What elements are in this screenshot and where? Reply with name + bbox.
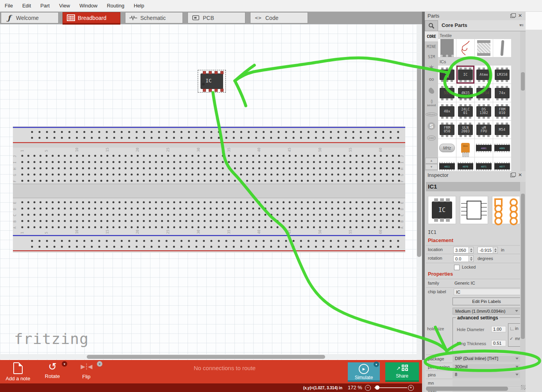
- part-tile-4005[interactable]: 4005: [493, 139, 511, 157]
- menu-help[interactable]: Help: [134, 3, 144, 9]
- property-value-dropdown[interactable]: 8: [453, 372, 521, 378]
- part-tile-24lc01[interactable]: 24LC 01: [456, 102, 474, 120]
- part-tile-mhz[interactable]: MHz: [456, 139, 474, 157]
- add-note-button[interactable]: Add a note: [2, 362, 34, 381]
- menu-part[interactable]: Part: [40, 3, 50, 9]
- unit-mm-radio[interactable]: ✓: [510, 336, 513, 341]
- part-tile-textile-strip[interactable]: [493, 39, 511, 57]
- zoom-out-button[interactable]: −: [365, 385, 371, 391]
- locked-checkbox[interactable]: [454, 265, 460, 270]
- ring-thickness-input[interactable]: 0.51: [491, 340, 506, 346]
- part-tile-555[interactable]: 555: [438, 84, 456, 102]
- scroll-up-button[interactable]: ▲: [425, 158, 438, 164]
- part-tile-m54[interactable]: M54: [493, 121, 511, 139]
- flip-button[interactable]: ▶┆◀ Flip: [73, 363, 100, 380]
- part-tile-umfpu[interactable]: uM FPU: [475, 121, 493, 139]
- part-tile-4001[interactable]: 4001: [475, 139, 493, 157]
- parts-nav-core[interactable]: CORE: [425, 31, 438, 41]
- property-value-dropdown[interactable]: DIP (Dual Inline) [THT]: [453, 356, 521, 362]
- canvas-vscrollbar-thumb[interactable]: [417, 68, 421, 257]
- part-tile-frm010[interactable]: FRM 010: [493, 102, 511, 120]
- inspector-vscrollbar-thumb[interactable]: [521, 194, 525, 339]
- menu-view[interactable]: View: [59, 3, 70, 9]
- part-tile-40x[interactable]: 40x: [438, 102, 456, 120]
- part-tile-icv2[interactable]: IC v2: [438, 66, 456, 84]
- pcb-preview[interactable]: [492, 196, 520, 224]
- rotation-spinner[interactable]: [469, 255, 474, 262]
- canvas-vscrollbar-track[interactable]: [417, 24, 422, 360]
- parts-nav-sim[interactable]: SIM: [425, 52, 438, 62]
- simulate-menu-caret[interactable]: ▼: [374, 362, 379, 367]
- location-y-spinner[interactable]: [493, 247, 498, 253]
- snootlab-icon[interactable]: S: [425, 120, 438, 132]
- part-tile-4070[interactable]: 4070: [456, 157, 474, 171]
- tab-code[interactable]: <>Code: [250, 12, 308, 23]
- resize-grip[interactable]: [521, 385, 526, 390]
- adafruit-icon[interactable]: ✶: [425, 62, 438, 73]
- flip-menu-caret[interactable]: ▼: [97, 361, 102, 367]
- chip-label-input[interactable]: IC: [454, 289, 522, 295]
- part-tile-frm050[interactable]: FRM 050: [438, 121, 456, 139]
- undock-icon[interactable]: [510, 14, 515, 18]
- part-tile-74x[interactable]: 74x: [493, 84, 511, 102]
- dock-separator[interactable]: [422, 12, 425, 360]
- schematic-preview[interactable]: [460, 196, 488, 224]
- part-tile-textile-fabric[interactable]: [438, 39, 456, 57]
- zoom-in-button[interactable]: +: [408, 385, 414, 391]
- parts-panel-header[interactable]: Parts ✕: [425, 12, 526, 20]
- undock-icon[interactable]: [510, 173, 515, 177]
- tab-schematic[interactable]: Schematic: [125, 12, 183, 23]
- part-tile-uln2003[interactable]: ULN 2003: [456, 121, 474, 139]
- share-button[interactable]: ↗ Share: [385, 362, 419, 382]
- canvas-hscrollbar-thumb[interactable]: [87, 355, 325, 359]
- close-icon[interactable]: ✕: [518, 172, 522, 178]
- menu-routing[interactable]: Routing: [107, 3, 124, 9]
- bin-menu-icon[interactable]: ▾≡: [519, 23, 523, 28]
- part-tile-ds1302[interactable]: DS 1302: [475, 102, 493, 120]
- parts-vscrollbar-track[interactable]: [520, 31, 526, 171]
- parts-search-button[interactable]: [425, 20, 438, 31]
- menu-window[interactable]: Window: [79, 3, 97, 9]
- property-value-dropdown[interactable]: 300mil: [453, 364, 521, 370]
- inspector-vscrollbar-track[interactable]: [520, 182, 526, 392]
- infineon-icon[interactable]: Infineon: [425, 109, 438, 120]
- tab-breadboard[interactable]: Breadboard: [63, 12, 120, 23]
- scroll-down-button[interactable]: ▼: [425, 164, 438, 170]
- size-dropdown[interactable]: Medium (1.0mm/0.0394in): [453, 308, 521, 315]
- arduino-icon[interactable]: ∞: [425, 73, 438, 85]
- part-tile-textile-band[interactable]: [475, 39, 493, 57]
- part-tile-mhz[interactable]: MHz: [438, 139, 456, 157]
- inspector-header[interactable]: Inspector ✕: [425, 171, 526, 180]
- location-x-spinner[interactable]: [469, 247, 474, 253]
- part-tile-atme[interactable]: Atme: [475, 66, 493, 84]
- menu-edit[interactable]: Edit: [22, 3, 31, 9]
- part-tile-4011[interactable]: 4011: [438, 157, 456, 171]
- unit-in-radio[interactable]: [510, 327, 514, 330]
- parts-nav-mine[interactable]: MINE: [425, 41, 438, 52]
- part-tile-textile-wire[interactable]: [456, 39, 474, 57]
- parts-vscrollbar-thumb[interactable]: [521, 72, 525, 91]
- part-tile-4077[interactable]: 4077: [493, 157, 511, 171]
- seeed-icon[interactable]: ()seeed: [425, 97, 438, 109]
- zoom-slider-thumb[interactable]: [375, 385, 379, 390]
- sparkfun-icon[interactable]: [425, 85, 438, 97]
- menu-file[interactable]: File: [5, 3, 13, 9]
- rotate-menu-caret[interactable]: ▼: [62, 361, 67, 367]
- part-tile-4n35[interactable]: 4N35: [456, 84, 474, 102]
- intel-icon[interactable]: intel: [425, 132, 438, 144]
- breadboard-canvas[interactable]: 1155101015152020252530303535404045455050…: [0, 24, 417, 360]
- breadboard-component[interactable]: 1155101015152020252530303535404045455050…: [13, 126, 405, 253]
- part-tile-lm358[interactable]: LM358: [493, 66, 511, 84]
- part-tile-sn754[interactable]: SN754: [475, 84, 493, 102]
- close-icon[interactable]: ✕: [518, 13, 522, 18]
- inspector-hscrollbar-thumb[interactable]: [426, 387, 508, 391]
- tab-welcome[interactable]: ƒWelcome: [1, 12, 59, 23]
- ic-component[interactable]: IC: [198, 70, 226, 93]
- part-tile-4071[interactable]: 4071: [475, 157, 493, 171]
- part-tile-ic[interactable]: IC: [456, 66, 474, 84]
- hole-diameter-input[interactable]: 1.00: [491, 326, 506, 332]
- tab-pcb[interactable]: PCB: [188, 12, 245, 23]
- breadboard-preview[interactable]: IC: [428, 196, 456, 224]
- edit-pin-labels-button[interactable]: Edit Pin Labels: [453, 298, 521, 305]
- parts-bin-header[interactable]: Core Parts ▾≡: [438, 20, 526, 31]
